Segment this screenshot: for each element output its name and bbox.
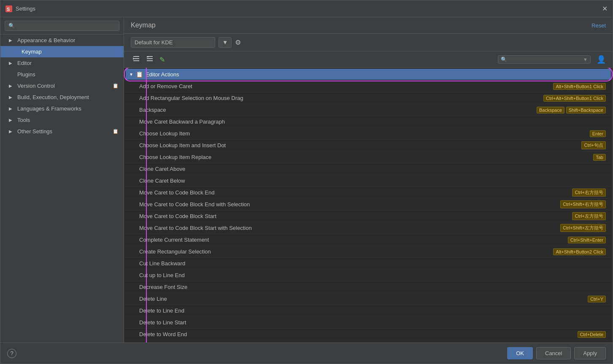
action-row[interactable]: Complete Current Statement Ctrl+Shift+En…: [124, 234, 613, 246]
help-button[interactable]: ?: [7, 349, 16, 358]
shortcuts-area: Alt+Shift+Button2 Click: [553, 248, 606, 255]
sidebar-item-version-control[interactable]: ▶ Version Control 📋: [0, 80, 124, 92]
svg-rect-2: [133, 56, 139, 57]
action-name: Move Caret to Code Block End: [139, 189, 572, 196]
action-row[interactable]: Create Rectangular Selection Alt+Shift+B…: [124, 246, 613, 258]
action-row[interactable]: Delete to Line End: [124, 305, 613, 317]
search-icon: 🔍: [501, 57, 507, 62]
sidebar-item-languages[interactable]: ▶ Languages & Frameworks: [0, 103, 124, 114]
arrow-icon: ▶: [9, 106, 13, 111]
action-name: Clone Caret Above: [139, 166, 606, 172]
action-row[interactable]: Choose Lookup Item and Insert Dot Ctrl+句…: [124, 140, 613, 151]
action-row[interactable]: Clone Caret Below: [124, 175, 613, 187]
action-row[interactable]: Cut up to Line End: [124, 270, 613, 281]
sidebar-item-build[interactable]: ▶ Build, Execution, Deployment: [0, 92, 124, 103]
bottom-bar: ? OK Cancel Apply: [0, 342, 613, 364]
group-folder-icon: 📋: [136, 71, 143, 78]
right-panel: Keymap Reset Default for KDE ▼ ⚙: [124, 17, 613, 342]
copy-icon[interactable]: 📋: [113, 83, 119, 89]
bottom-right-buttons: OK Cancel Apply: [507, 347, 606, 359]
editor-actions-group[interactable]: ▼ 📋 Editor Actions: [126, 69, 611, 80]
action-row[interactable]: Cut Line Backward: [124, 258, 613, 270]
action-row[interactable]: Choose Lookup Item Enter: [124, 128, 613, 140]
svg-marker-5: [133, 57, 134, 60]
action-row[interactable]: Add or Remove Caret Alt+Shift+Button1 Cl…: [124, 81, 613, 92]
sidebar-item-keymap[interactable]: Keymap: [0, 46, 124, 57]
action-row[interactable]: Backspace BackspaceShift+Backspace: [124, 104, 613, 116]
shortcut-badge: Ctrl+Shift+右方括号: [560, 200, 606, 208]
action-name: Add or Remove Caret: [139, 83, 553, 89]
shortcut-badge: Ctrl+句点: [581, 141, 606, 149]
shortcut-badge: Shift+Backspace: [566, 107, 606, 113]
action-row[interactable]: Delete to Word End in Different "CamelHu…: [124, 340, 613, 342]
keymap-select[interactable]: Default for KDE: [131, 37, 215, 48]
action-row[interactable]: Delete to Word End Ctrl+Delete: [124, 329, 613, 340]
apply-button[interactable]: Apply: [574, 347, 606, 359]
svg-rect-4: [133, 60, 139, 61]
sidebar-label: Editor: [17, 60, 32, 66]
ok-button[interactable]: OK: [507, 347, 533, 359]
action-name: Cut Line Backward: [139, 260, 606, 267]
sidebar-label: Build, Execution, Deployment: [17, 94, 89, 100]
sidebar-label: Keymap: [22, 49, 42, 55]
action-name: Delete to Word End: [139, 331, 578, 337]
action-name: Choose Lookup Item Replace: [139, 154, 593, 160]
action-row[interactable]: Decrease Font Size: [124, 281, 613, 293]
edit-shortcut-btn[interactable]: ✎: [158, 55, 167, 65]
sidebar-item-plugins[interactable]: Plugins: [0, 69, 124, 80]
action-row[interactable]: Move Caret to Code Block Start with Sele…: [124, 222, 613, 234]
svg-rect-8: [147, 60, 153, 61]
sidebar-search-area: [0, 17, 124, 35]
action-row[interactable]: Choose Lookup Item Replace Tab: [124, 151, 613, 163]
shortcut-badge: Ctrl+左方括号: [572, 212, 606, 220]
titlebar: S Settings ✕: [0, 0, 613, 17]
sidebar: ▶ Appearance & Behavior Keymap ▶ Editor …: [0, 17, 124, 342]
action-row[interactable]: Delete Line Ctrl+Y: [124, 293, 613, 305]
action-name: Delete to Line Start: [139, 319, 606, 326]
keymap-dropdown-btn[interactable]: ▼: [219, 37, 232, 48]
action-search-box: 🔍 ▼: [498, 55, 591, 64]
copy-icon[interactable]: 📋: [113, 129, 119, 134]
shortcuts-area: BackspaceShift+Backspace: [537, 107, 606, 113]
action-row[interactable]: Move Caret to Code Block End with Select…: [124, 199, 613, 210]
sidebar-item-tools[interactable]: ▶ Tools: [0, 114, 124, 126]
search-dropdown-icon[interactable]: ▼: [583, 57, 588, 62]
sidebar-label: Languages & Frameworks: [17, 105, 81, 112]
action-name: Clone Caret Below: [139, 178, 606, 184]
action-name: Add Rectangular Selection on Mouse Drag: [139, 95, 543, 101]
shortcut-badge: Backspace: [537, 107, 564, 113]
action-row[interactable]: Clone Caret Above: [124, 163, 613, 175]
shortcut-badge: Alt+Shift+Button1 Click: [553, 83, 606, 90]
svg-text:S: S: [7, 7, 10, 12]
panel-title: Keymap: [131, 22, 156, 29]
expand-all-btn[interactable]: [131, 54, 142, 65]
collapse-all-btn[interactable]: [144, 54, 155, 65]
action-name: Move Caret Backward a Paragraph: [139, 119, 606, 125]
sidebar-item-editor[interactable]: ▶ Editor: [0, 57, 124, 69]
action-name: Move Caret to Code Block Start: [139, 213, 572, 219]
action-row[interactable]: Move Caret Backward a Paragraph: [124, 116, 613, 128]
cancel-button[interactable]: Cancel: [536, 347, 571, 359]
sidebar-item-appearance[interactable]: ▶ Appearance & Behavior: [0, 35, 124, 46]
action-name: Choose Lookup Item and Insert Dot: [139, 142, 581, 148]
sidebar-search-input[interactable]: [5, 21, 119, 31]
action-search-input[interactable]: [507, 57, 583, 62]
toolbar-row: ✎ 🔍 ▼ 👤: [124, 51, 613, 68]
sidebar-item-other[interactable]: ▶ Other Settings 📋: [0, 126, 124, 137]
actions-list[interactable]: ▼ 📋 Editor Actions Add or Remove Caret A…: [124, 68, 613, 342]
arrow-icon: ▶: [9, 84, 13, 88]
shortcut-badge: Ctrl+Shift+Enter: [568, 237, 606, 243]
arrow-icon: ▶: [9, 95, 13, 100]
user-icon[interactable]: 👤: [597, 55, 606, 64]
gear-icon[interactable]: ⚙: [235, 38, 241, 46]
action-row[interactable]: Move Caret to Code Block Start Ctrl+左方括号: [124, 210, 613, 222]
action-row[interactable]: Delete to Line Start: [124, 317, 613, 329]
shortcuts-area: Ctrl+左方括号: [572, 212, 606, 220]
arrow-icon: ▶: [9, 129, 13, 134]
action-row[interactable]: Add Rectangular Selection on Mouse Drag …: [124, 92, 613, 104]
close-button[interactable]: ✕: [602, 5, 608, 13]
shortcut-badge: Tab: [593, 154, 606, 161]
action-row[interactable]: Move Caret to Code Block End Ctrl+右方括号: [124, 187, 613, 199]
reset-button[interactable]: Reset: [591, 22, 606, 29]
shortcut-badge: Alt+Shift+Button2 Click: [553, 248, 606, 255]
